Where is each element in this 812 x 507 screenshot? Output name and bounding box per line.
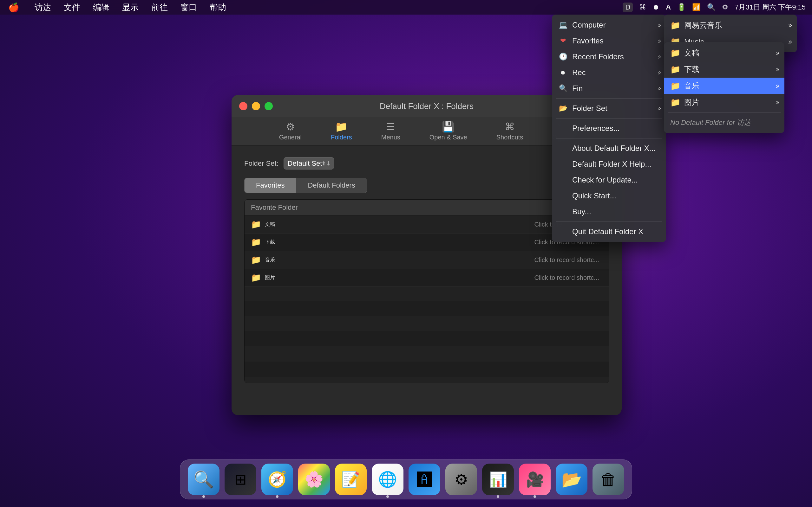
dock-item-appstore[interactable]: 🅰 [409,464,440,495]
folders-label: Folders [331,134,352,141]
menu-item-computer[interactable]: 💻 Computer › [552,17,666,33]
menu-item-buy[interactable]: Buy... [552,204,666,220]
folder-icon: 📁 [251,237,261,247]
menu-separator [556,118,662,118]
chevron-right-icon: › [658,21,660,29]
folder-name: 音乐 [265,257,275,263]
dock-item-chrome[interactable]: 🌐 [372,464,403,495]
menus-label: Menus [381,134,400,141]
dock-item-photo2[interactable]: 🎥 [519,464,551,495]
dock-item-notes[interactable]: 📝 [335,464,367,495]
menubar-left: 🍎 访达 文件 编辑 显示 前往 窗口 帮助 [6,1,228,14]
menu-label-folder-set: Folder Set [572,104,653,113]
submenu-item-tupian[interactable]: 📁 图片 › [664,94,784,111]
maximize-button[interactable] [264,102,273,110]
menubar-icon-record[interactable]: ⏺ [653,3,659,11]
menu-item-rec[interactable]: ⏺ Rec › [552,65,666,80]
menu-label-favorites: Favorites [572,37,653,45]
menu-separator [668,112,780,113]
photo2-icon: 🎥 [526,471,544,488]
settings-icon: ⚙ [455,470,468,488]
general-label: General [279,134,302,141]
dock-item-finder[interactable]: 🔍 [188,464,219,495]
menu-item-preferences[interactable]: Preferences... [552,120,666,136]
tab-default-folders[interactable]: Default Folders [296,178,366,193]
dock-dot [202,495,205,498]
submenu-label: 下载 [684,64,699,74]
toolbar-menus[interactable]: ☰ Menus [376,118,405,144]
menu-separator [556,98,662,99]
folder-cell: 📁 图片 [251,273,501,283]
folder-icon: 📁 [251,255,261,265]
notes-icon: 📝 [341,470,360,488]
update-icon [558,175,568,185]
table-row[interactable]: 📁 图片 Click to record shortc... [245,269,609,287]
submenu-item-xiazai[interactable]: 📁 下载 › [664,61,784,78]
toolbar-shortcuts[interactable]: ⌘ Shortcuts [491,118,528,144]
shortcut-cell[interactable]: Click to record shortc... [501,274,602,281]
folder-icon: 📁 [670,48,680,58]
menu-label-check-update: Check for Update... [572,176,660,184]
menu-file[interactable]: 文件 [62,1,82,14]
shortcut-cell[interactable]: Click to record shortc... [501,257,602,264]
folder-set-select-wrapper[interactable]: Default Set ⬆⬇ [284,157,334,170]
folder2-icon: 📂 [561,470,582,489]
folder-icon: 📁 [670,20,680,31]
dock-item-launchpad[interactable]: ⊞ [224,464,256,495]
menubar-control-center[interactable]: ⚙ [722,3,728,11]
menu-help[interactable]: 帮助 [208,1,228,14]
menu-label-recent: Recent Folders [572,52,653,61]
dock-item-trash[interactable]: 🗑 [593,464,624,495]
no-default-label: No Default Folder for 访达 [664,115,784,130]
submenu-item-wangyi[interactable]: 📁 网易云音乐 › [664,17,797,34]
menu-item-recent-folders[interactable]: 🕐 Recent Folders › [552,49,666,65]
submenu-item-wengao[interactable]: 📁 文稿 › [664,45,784,61]
menu-item-quick-start[interactable]: Quick Start... [552,188,666,204]
menubar: 🍎 访达 文件 编辑 显示 前往 窗口 帮助 D ⌘ ⏺ A 🔋 📶 🔍 ⚙ 7… [0,0,812,14]
chevron-right-icon: › [788,21,791,30]
dock-item-safari[interactable]: 🧭 [261,464,293,495]
toolbar-open-save[interactable]: 💾 Open & Save [424,118,472,144]
close-button[interactable] [239,102,247,110]
menu-go[interactable]: 前往 [149,1,170,14]
menu-item-find[interactable]: 🔍 Fin › [552,80,666,96]
menu-label-quit: Quit Default Folder X [572,227,660,236]
activity-icon: 📊 [489,471,507,488]
menu-item-quit[interactable]: Quit Default Folder X [552,224,666,239]
submenu-item-yinyue[interactable]: 📁 音乐 › [664,78,784,94]
menubar-icon-cmd[interactable]: ⌘ [639,3,646,11]
menu-window[interactable]: 窗口 [179,1,199,14]
dock-item-settings[interactable]: ⚙ [445,464,477,495]
menu-item-help[interactable]: Default Folder X Help... [552,156,666,172]
dock-item-photos[interactable]: 🌸 [298,464,330,495]
toolbar-folders[interactable]: 📁 Folders [326,118,357,144]
tabs-row: Favorites Default Folders [244,178,367,193]
preferences-icon [558,124,568,133]
menu-label-preferences: Preferences... [572,124,660,133]
apple-menu[interactable]: 🍎 [6,2,21,13]
menu-item-check-update[interactable]: Check for Update... [552,172,666,188]
menubar-icon-d[interactable]: D [623,3,633,12]
buy-icon [558,207,568,216]
window-controls [239,102,273,110]
chevron-right-icon: › [775,49,778,57]
menu-item-about[interactable]: About Default Folder X... [552,140,666,156]
dock-dot [276,495,278,498]
dock-item-activity[interactable]: 📊 [482,464,514,495]
toolbar-general[interactable]: ⚙ General [274,118,307,144]
menubar-icon-a[interactable]: A [666,3,671,11]
tab-favorites[interactable]: Favorites [245,178,296,193]
menubar-search[interactable]: 🔍 [707,3,716,11]
folder-set-select[interactable]: Default Set [284,157,334,170]
menu-item-folder-set[interactable]: 📂 Folder Set › [552,101,666,116]
menu-finder[interactable]: 访达 [33,1,53,14]
folder-icon: 📁 [670,81,680,91]
menu-view[interactable]: 显示 [120,1,141,14]
minimize-button[interactable] [252,102,260,110]
submenu-label: 图片 [684,97,699,107]
table-row[interactable]: 📁 音乐 Click to record shortc... [245,251,609,269]
dock-item-folder[interactable]: 📂 [556,464,588,495]
menu-edit[interactable]: 编辑 [91,1,111,14]
menubar-wifi[interactable]: 📶 [692,3,701,11]
menu-item-favorites[interactable]: ❤ Favorites › [552,33,666,49]
